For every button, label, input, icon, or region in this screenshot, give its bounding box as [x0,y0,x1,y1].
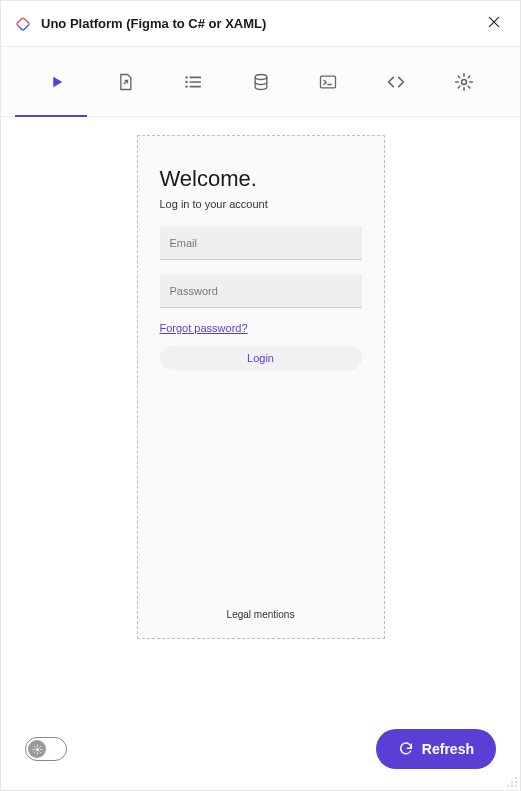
tab-settings[interactable] [430,47,498,116]
forgot-password-link[interactable]: Forgot password? [160,322,362,334]
tab-properties[interactable] [159,47,227,116]
svg-point-2 [185,76,187,78]
footer-bar: Refresh [1,708,520,790]
gear-icon [454,72,474,92]
svg-rect-0 [16,17,29,30]
svg-point-11 [462,79,467,84]
legal-mentions-link[interactable]: Legal mentions [160,609,362,620]
tab-console[interactable] [294,47,362,116]
refresh-icon [398,741,414,757]
svg-rect-1 [16,17,29,30]
login-button[interactable]: Login [160,346,362,370]
plugin-panel: Uno Platform (Figma to C# or XAML) [0,0,521,791]
tab-code[interactable] [362,47,430,116]
svg-point-22 [511,781,513,783]
svg-point-25 [511,785,513,787]
login-subtitle: Log in to your account [160,198,362,210]
theme-toggle[interactable] [25,737,67,761]
svg-point-24 [507,785,509,787]
welcome-heading: Welcome. [160,166,362,192]
database-icon [251,72,271,92]
play-icon [48,73,66,91]
sun-icon [32,744,43,755]
svg-line-19 [34,751,35,752]
svg-point-26 [515,785,517,787]
refresh-button[interactable]: Refresh [376,729,496,769]
svg-point-3 [185,80,187,82]
list-icon [182,71,204,93]
header-bar: Uno Platform (Figma to C# or XAML) [1,1,520,47]
svg-point-21 [515,777,517,779]
svg-line-17 [34,746,35,747]
tab-export[interactable] [91,47,159,116]
uno-logo-icon [15,16,31,32]
tab-datacontext[interactable] [227,47,295,116]
code-icon [385,71,407,93]
tab-preview[interactable] [23,47,91,116]
tab-bar [1,47,520,117]
refresh-label: Refresh [422,741,474,757]
device-frame: Welcome. Log in to your account Forgot p… [137,135,385,639]
password-field[interactable] [160,274,362,308]
file-export-icon [115,72,135,92]
svg-point-23 [515,781,517,783]
panel-title: Uno Platform (Figma to C# or XAML) [41,16,486,31]
svg-point-8 [255,74,267,79]
svg-point-12 [35,747,38,750]
close-button[interactable] [486,14,506,34]
svg-line-20 [39,746,40,747]
preview-area: Welcome. Log in to your account Forgot p… [1,117,520,708]
resize-grip-icon[interactable] [504,774,518,788]
svg-point-4 [185,85,187,87]
close-icon [486,14,502,30]
email-field[interactable] [160,226,362,260]
theme-toggle-thumb [28,740,46,758]
spacer [160,370,362,609]
terminal-icon [318,72,338,92]
svg-line-18 [39,751,40,752]
svg-rect-9 [321,76,336,88]
